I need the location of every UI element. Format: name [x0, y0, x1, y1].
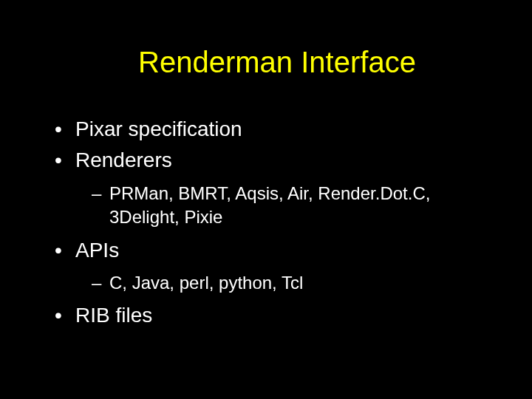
sub-bullet-text: C, Java, perl, python, Tcl — [109, 273, 303, 293]
bullet-item: RIB files — [52, 302, 480, 329]
sub-bullet-list: C, Java, perl, python, Tcl — [75, 271, 480, 295]
sub-bullet-list: PRMan, BMRT, Aqsis, Air, Render.Dot.C, 3… — [75, 182, 480, 230]
bullet-text: RIB files — [75, 304, 152, 327]
slide-content: Pixar specification Renderers PRMan, BMR… — [52, 116, 480, 330]
bullet-list: Pixar specification Renderers PRMan, BMR… — [52, 116, 480, 330]
bullet-text: APIs — [75, 239, 119, 262]
bullet-item: Pixar specification — [52, 116, 480, 143]
slide: Renderman Interface Pixar specification … — [0, 0, 532, 399]
bullet-text: Renderers — [75, 149, 172, 171]
bullet-item: Renderers PRMan, BMRT, Aqsis, Air, Rende… — [52, 147, 480, 229]
bullet-item: APIs C, Java, perl, python, Tcl — [52, 237, 480, 296]
sub-bullet-item: PRMan, BMRT, Aqsis, Air, Render.Dot.C, 3… — [92, 182, 480, 230]
sub-bullet-item: C, Java, perl, python, Tcl — [92, 271, 480, 295]
sub-bullet-text: PRMan, BMRT, Aqsis, Air, Render.Dot.C, 3… — [109, 183, 430, 227]
slide-title: Renderman Interface — [52, 46, 480, 79]
bullet-text: Pixar specification — [75, 117, 242, 140]
